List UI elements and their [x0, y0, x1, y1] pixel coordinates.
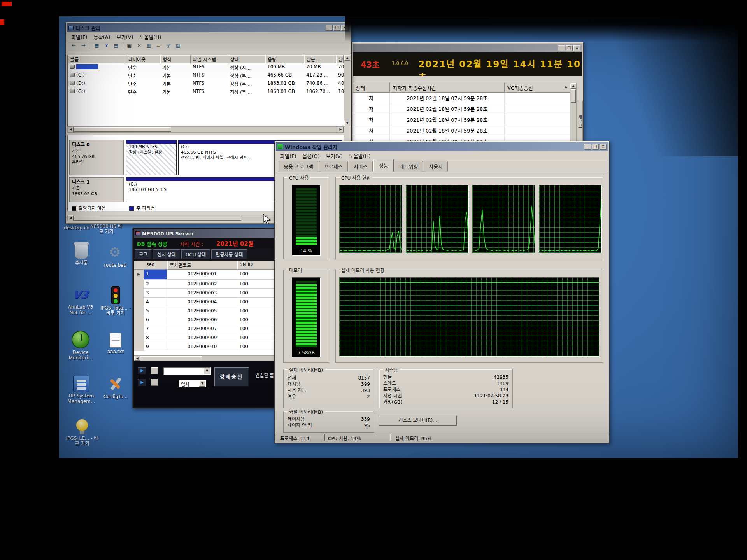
graph-view-icon[interactable]: ▨ [174, 41, 182, 50]
table-row[interactable]: 차2021년 02월 18일 07시 59분 28초 [353, 114, 570, 125]
action-icon[interactable]: ▣ [125, 41, 134, 50]
minimize-button[interactable]: _ [326, 25, 333, 31]
menu-options[interactable]: 옵션(O) [300, 152, 323, 160]
column-header[interactable]: 상태 [353, 83, 390, 93]
start-button[interactable]: ▶ [138, 379, 146, 386]
column-header[interactable]: 남은 [336, 55, 344, 63]
delete-icon[interactable]: × [135, 41, 144, 50]
horizontal-scrollbar[interactable]: ◀ ▶ [67, 126, 344, 133]
properties-icon[interactable]: ▥ [144, 41, 153, 50]
column-header[interactable]: 볼륨 [68, 55, 126, 63]
tab-services[interactable]: 서비스 [349, 161, 373, 172]
desktop-icon-recycle-bin[interactable]: 휴지통 [65, 243, 98, 266]
column-header[interactable]: VC최종송신 ▲ [505, 83, 570, 93]
menu-view[interactable]: 보기(V) [114, 33, 136, 41]
tab-networking[interactable]: 네트워킹 [395, 161, 423, 172]
scrollbar-thumb[interactable] [74, 216, 241, 220]
column-header[interactable]: 용량 [265, 55, 304, 63]
console-tree-icon[interactable]: ▦ [92, 41, 101, 50]
volume-row[interactable]: (D:) 단순기본 NTFS정상 (주 ... 1863.01 GB740.86… [68, 80, 344, 88]
tab-users[interactable]: 사용자 [424, 161, 448, 172]
scroll-right-button[interactable]: ▶ [338, 127, 344, 132]
title-bar[interactable]: Windows 작업 관리자 _ □ × [276, 142, 608, 151]
menu-action[interactable]: 동작(A) [91, 33, 113, 41]
desktop-icon-np5000-shortcut[interactable]: NP5000 US 바로 가기 [89, 222, 123, 234]
chevron-down-icon[interactable]: ▼ [204, 368, 210, 374]
menu-view[interactable]: 보기(V) [323, 152, 345, 160]
forward-icon[interactable]: → [79, 41, 88, 50]
tab-log[interactable]: 로그 [135, 249, 152, 259]
table-row[interactable]: 차2021년 02월 18일 07시 59분 28초 [353, 93, 570, 103]
desktop-icon-device-monitoring[interactable]: Device Monitori... [64, 331, 97, 360]
column-header[interactable]: 주차면코드 [167, 261, 237, 270]
volume-row[interactable]: 단순기본 NTFS정상 (시... 100 MB70 MB 70 % [68, 63, 344, 72]
column-header[interactable]: seq [144, 261, 167, 270]
stop-button[interactable] [151, 367, 158, 374]
disk0-label[interactable]: 디스크 0 기본 465.76 GB 온라인 [69, 140, 124, 175]
vertical-scrollbar[interactable]: ▲ [570, 83, 577, 142]
scroll-left-button[interactable]: ◀ [134, 356, 140, 360]
maximize-button[interactable]: □ [592, 144, 599, 150]
scroll-left-button[interactable]: ◀ [68, 127, 74, 132]
scrollbar-thumb[interactable] [74, 127, 171, 132]
scrollbar-thumb[interactable] [140, 356, 202, 360]
stop-button[interactable] [151, 379, 158, 386]
force-send-button[interactable]: 강제송신 [214, 367, 249, 387]
title-bar[interactable]: 디스크 관리 _ □ × [67, 23, 350, 32]
vertical-scrollbar[interactable]: ▲ ▼ [344, 55, 350, 126]
desktop-icon-ipgs-le[interactable]: IPGS_LE... - 바로 가기 [65, 419, 99, 446]
close-button[interactable]: × [573, 45, 580, 51]
column-header[interactable]: 레이아웃 [126, 55, 160, 63]
column-header[interactable]: 지자기 최종수신시간 [390, 83, 505, 93]
close-button[interactable]: × [600, 144, 607, 150]
menu-help[interactable]: 도움말(H) [137, 33, 164, 41]
desktop-icon-ipgs-total[interactable]: IPGS_Tota... - 바로 가기 [99, 286, 132, 316]
column-header[interactable]: 파일 시스템 [191, 55, 228, 63]
minimize-button[interactable]: _ [558, 45, 565, 51]
close-button[interactable]: × [341, 25, 348, 31]
tab-dcu-status[interactable]: DCU 상태 [181, 249, 210, 259]
start-button[interactable]: ▶ [138, 367, 146, 374]
desktop-icon-ahnlab-v3[interactable]: V3 AhnLab V3 Net for ... [64, 286, 97, 315]
column-header[interactable]: 남은 ... [304, 55, 336, 63]
minimize-button[interactable]: _ [584, 144, 591, 150]
resource-monitor-button[interactable]: 리소스 모니터(R)... [379, 416, 457, 426]
desktop-icon-route-bat[interactable]: ⚙ route.bat [98, 244, 132, 268]
desktop-icon-hp-system[interactable]: HP System Managem... [65, 376, 98, 404]
tab-performance[interactable]: 성능 [374, 159, 394, 172]
maximize-button[interactable]: □ [566, 45, 573, 51]
scrollbar-thumb[interactable] [571, 89, 576, 103]
desktop-icon-aaa-txt[interactable]: aaa.txt [99, 333, 132, 354]
title-bar[interactable]: _ □ × [353, 44, 582, 52]
tab-applications[interactable]: 응용 프로그램 [279, 161, 318, 172]
column-header[interactable]: 상태 [228, 55, 265, 63]
refresh-side-button[interactable]: 새로고 [577, 101, 583, 142]
table-row[interactable]: 차2021년 02월 18일 07시 59분 28초 [353, 103, 570, 114]
list-view-icon[interactable]: ▤ [112, 41, 121, 50]
title-bar[interactable]: NP5000 US Server [134, 229, 298, 238]
menu-file[interactable]: 파일(F) [68, 33, 90, 41]
partition-system[interactable]: 100 MB NTFS 정상 (시스템, 활성 [126, 140, 177, 175]
help-icon[interactable]: ? [102, 41, 111, 50]
tab-sensor-status[interactable]: 센서 상태 [153, 249, 180, 259]
tab-full-empty-light[interactable]: 만공차등 상태 [211, 249, 247, 259]
scroll-down-button[interactable]: ▼ [344, 121, 350, 126]
desktop-icon-configto[interactable]: ConfigTo... [99, 376, 132, 399]
column-header[interactable]: 형식 [160, 55, 191, 63]
entry-dropdown[interactable]: 입차 ▼ [179, 380, 206, 387]
find-icon[interactable]: ◎ [164, 41, 173, 50]
scroll-up-button[interactable]: ▲ [570, 83, 576, 89]
scroll-up-button[interactable]: ▲ [344, 55, 350, 61]
disk1-label[interactable]: 디스크 1 기본 1863.02 GB [69, 177, 124, 202]
back-icon[interactable]: ← [69, 41, 78, 50]
table-row[interactable]: 차2021년 02월 18일 07시 59분 28초 [353, 125, 570, 136]
menu-file[interactable]: 파일(F) [277, 152, 299, 160]
desktop-icon-desktop-ini[interactable]: desktop.ini [60, 224, 93, 231]
chevron-down-icon[interactable]: ▼ [199, 380, 205, 387]
volume-row[interactable]: (C:) 단순기본 NTFS정상 (부... 465.66 GB417.23 .… [68, 72, 344, 80]
maximize-button[interactable]: □ [333, 25, 340, 31]
open-folder-icon[interactable]: ▱ [154, 41, 163, 50]
scroll-left-button[interactable]: ◀ [68, 215, 74, 221]
volume-row[interactable]: (G:) 단순기본 NTFS정상 (주 ... 1863.01 GB1862.7… [68, 88, 344, 96]
select-dropdown[interactable]: ▼ [163, 367, 211, 375]
